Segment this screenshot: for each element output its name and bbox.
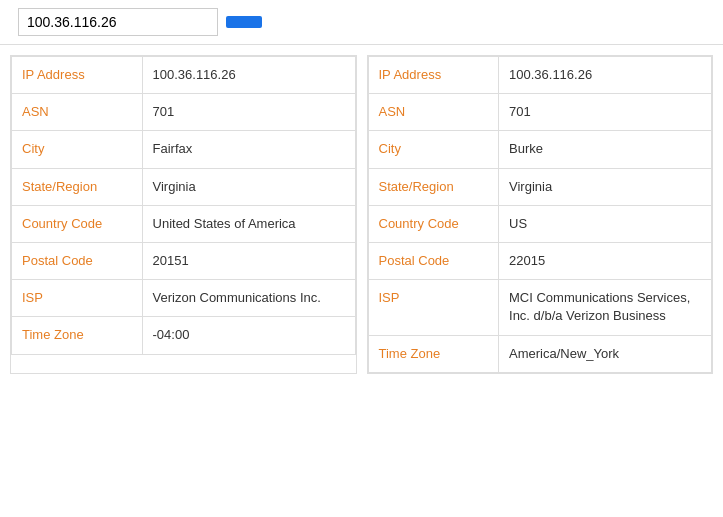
row-value[interactable]: 701 (499, 94, 712, 131)
table-row: IP Address100.36.116.26 (12, 57, 356, 94)
row-label: Postal Code (368, 242, 499, 279)
row-value: Virginia (499, 168, 712, 205)
ip-input[interactable] (18, 8, 218, 36)
row-label: City (12, 131, 143, 168)
content-area: IP Address100.36.116.26ASN701CityFairfax… (0, 45, 723, 384)
table-row: ISPVerizon Communications Inc. (12, 280, 356, 317)
row-value: MCI Communications Services, Inc. d/b/a … (499, 280, 712, 335)
row-value: 100.36.116.26 (499, 57, 712, 94)
right-table-container: IP Address100.36.116.26ASN701CityBurkeSt… (367, 55, 714, 374)
row-value: United States of America (142, 205, 355, 242)
table-row: IP Address100.36.116.26 (368, 57, 712, 94)
lookup-button[interactable] (226, 16, 262, 28)
row-label: ISP (12, 280, 143, 317)
row-label: State/Region (368, 168, 499, 205)
table-row: State/RegionVirginia (368, 168, 712, 205)
row-label: Country Code (12, 205, 143, 242)
row-label: City (368, 131, 499, 168)
row-value[interactable]: 20151 (142, 242, 355, 279)
table-row: Country CodeUS (368, 205, 712, 242)
row-label: ISP (368, 280, 499, 335)
table-row: Postal Code20151 (12, 242, 356, 279)
table-row: CityBurke (368, 131, 712, 168)
left-table-container: IP Address100.36.116.26ASN701CityFairfax… (10, 55, 357, 374)
table-row: Time Zone-04:00 (12, 317, 356, 354)
row-value[interactable]: 22015 (499, 242, 712, 279)
row-label: State/Region (12, 168, 143, 205)
table-row: Time ZoneAmerica/New_York (368, 335, 712, 372)
row-value: Fairfax (142, 131, 355, 168)
row-value[interactable]: 701 (142, 94, 355, 131)
row-value[interactable]: -04:00 (142, 317, 355, 354)
row-label: ASN (12, 94, 143, 131)
row-value: Virginia (142, 168, 355, 205)
header (0, 0, 723, 45)
table-row: ISPMCI Communications Services, Inc. d/b… (368, 280, 712, 335)
table-row: Postal Code22015 (368, 242, 712, 279)
row-label: Time Zone (368, 335, 499, 372)
left-table: IP Address100.36.116.26ASN701CityFairfax… (11, 56, 356, 355)
table-row: CityFairfax (12, 131, 356, 168)
table-row: State/RegionVirginia (12, 168, 356, 205)
right-table: IP Address100.36.116.26ASN701CityBurkeSt… (368, 56, 713, 373)
row-value: US (499, 205, 712, 242)
row-label: Time Zone (12, 317, 143, 354)
row-label: IP Address (12, 57, 143, 94)
table-row: ASN701 (12, 94, 356, 131)
row-label: Country Code (368, 205, 499, 242)
row-value: Verizon Communications Inc. (142, 280, 355, 317)
row-value: America/New_York (499, 335, 712, 372)
row-value: Burke (499, 131, 712, 168)
row-value: 100.36.116.26 (142, 57, 355, 94)
row-label: ASN (368, 94, 499, 131)
row-label: Postal Code (12, 242, 143, 279)
table-row: Country CodeUnited States of America (12, 205, 356, 242)
table-row: ASN701 (368, 94, 712, 131)
row-label: IP Address (368, 57, 499, 94)
